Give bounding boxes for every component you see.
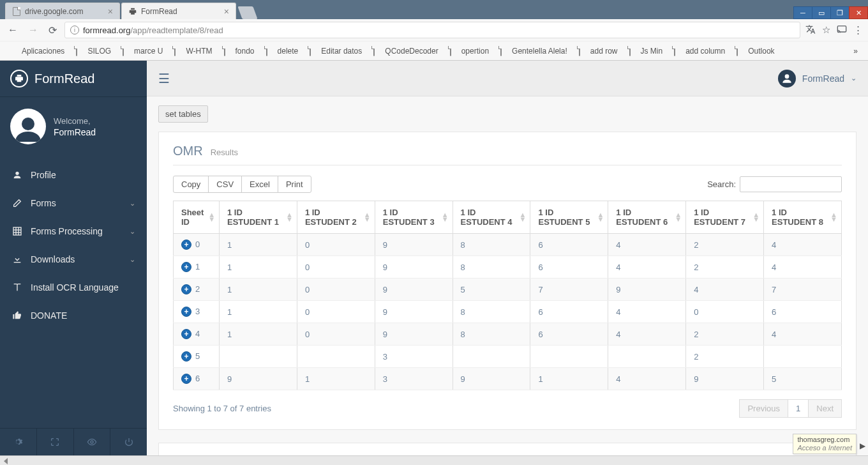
table-cell: 4 <box>764 234 842 256</box>
expand-button[interactable]: + <box>181 240 191 250</box>
bookmark-gentelella[interactable]: Gentelella Alela! <box>495 44 572 58</box>
hamburger-icon[interactable]: ☰ <box>158 71 170 86</box>
welcome-text: Welcome, <box>54 116 96 126</box>
excel-button[interactable]: Excel <box>241 176 278 193</box>
expand-button[interactable]: + <box>181 374 191 384</box>
bookmark-addrow[interactable]: add row <box>574 44 623 58</box>
copy-button[interactable]: Copy <box>173 176 209 193</box>
sort-icon: ▲▼ <box>364 213 371 222</box>
column-header[interactable]: Sheet ID▲▼ <box>174 201 220 234</box>
menu-icon[interactable]: ⋮ <box>853 24 863 36</box>
close-icon[interactable]: × <box>224 6 229 17</box>
file-icon <box>629 47 638 56</box>
minimize-button[interactable]: ─ <box>793 6 812 19</box>
brand-label: FormRead <box>34 72 94 86</box>
bookmark-outlook[interactable]: Outlook <box>731 44 779 58</box>
sidebar-item-ocr[interactable]: Install OCR Language <box>0 273 147 301</box>
sidebar-footer <box>0 428 147 455</box>
csv-button[interactable]: CSV <box>208 176 242 193</box>
table-cell: 0 <box>297 256 375 278</box>
set-tables-button[interactable]: set tables <box>158 105 208 123</box>
column-header[interactable]: 1 ID ESTUDENT 6▲▼ <box>608 201 686 234</box>
expand-button[interactable]: + <box>181 307 191 317</box>
column-header[interactable]: 1 ID ESTUDENT 8▲▼ <box>764 201 842 234</box>
prev-button[interactable]: Previous <box>739 399 788 418</box>
address-bar: ← → ⟳ i formread.org/app/readtemplate/8/… <box>0 19 868 41</box>
settings-button[interactable] <box>0 429 37 455</box>
site-info-icon[interactable]: i <box>70 26 79 34</box>
file-icon <box>76 47 85 56</box>
expand-button[interactable]: + <box>181 284 191 294</box>
url-path: /app/readtemplate/8/read <box>130 26 223 35</box>
bookmark-label: add column <box>685 47 725 56</box>
column-header[interactable]: 1 ID ESTUDENT 1▲▼ <box>220 201 297 234</box>
maximize-button[interactable]: ▭ <box>812 6 831 19</box>
star-icon[interactable]: ☆ <box>822 24 830 36</box>
close-window-button[interactable]: ✕ <box>849 6 868 19</box>
sort-icon: ▲▼ <box>752 213 760 222</box>
bookmark-fondo[interactable]: fondo <box>219 44 260 58</box>
bookmark-jsmin[interactable]: Js Min <box>624 44 668 58</box>
fullscreen-button[interactable] <box>37 429 74 455</box>
expand-button[interactable]: + <box>181 351 191 362</box>
sidebar-item-donate[interactable]: DONATE <box>0 301 147 330</box>
search-input[interactable] <box>740 176 842 192</box>
sidebar: FormRead Welcome, FormRead Profile Forms… <box>0 61 147 455</box>
bookmark-delete[interactable]: delete <box>261 44 304 58</box>
sidebar-item-downloads[interactable]: Downloads ⌄ <box>0 245 147 273</box>
tab-drive[interactable]: drive.google.com × <box>5 3 120 19</box>
table-cell: 0 <box>686 301 764 323</box>
table-cell: 9 <box>375 256 453 278</box>
reload-icon[interactable]: ⟳ <box>46 22 59 39</box>
next-button[interactable]: Next <box>808 399 842 418</box>
maximize2-button[interactable]: ❐ <box>830 6 849 19</box>
bookmarks-overflow[interactable]: » <box>848 47 863 56</box>
column-header[interactable]: 1 ID ESTUDENT 4▲▼ <box>453 201 530 234</box>
back-icon[interactable]: ← <box>5 22 20 38</box>
tab-bar: drive.google.com × FormRead × ─ ▭ ❐ ✕ <box>0 0 868 19</box>
column-header[interactable]: 1 ID ESTUDENT 7▲▼ <box>686 201 764 234</box>
apps-button[interactable]: Aplicaciones <box>5 44 70 58</box>
cast-icon[interactable] <box>837 24 847 36</box>
table-cell: 7 <box>764 278 842 301</box>
chevron-down-icon[interactable]: ⌄ <box>851 74 857 82</box>
expand-button[interactable]: + <box>181 262 191 272</box>
eye-button[interactable] <box>74 429 111 455</box>
bookmark-silog[interactable]: SILOG <box>71 44 116 58</box>
translate-icon[interactable] <box>805 24 816 36</box>
column-header[interactable]: 1 ID ESTUDENT 5▲▼ <box>530 201 608 234</box>
panel-heading: OMR <box>173 144 203 158</box>
bookmark-editar[interactable]: Editar datos <box>304 44 367 58</box>
table-row: +691391495 <box>174 368 842 390</box>
tab-formread[interactable]: FormRead × <box>121 3 236 19</box>
sidebar-item-profile[interactable]: Profile <box>0 161 147 189</box>
chevron-down-icon: ⌄ <box>130 227 135 236</box>
brand[interactable]: FormRead <box>0 61 147 97</box>
sidebar-item-label: Forms Processing <box>31 226 103 236</box>
table-cell: 9 <box>608 278 686 301</box>
bookmark-qcode[interactable]: QCodeDecoder <box>368 44 443 58</box>
table-row: +532 <box>174 346 842 368</box>
close-icon[interactable]: × <box>108 6 113 17</box>
sidebar-item-processing[interactable]: Forms Processing ⌄ <box>0 217 147 245</box>
page-button[interactable]: 1 <box>788 399 809 418</box>
print-button[interactable]: Print <box>278 176 311 193</box>
expand-button[interactable]: + <box>181 329 191 339</box>
bookmark-opertion[interactable]: opertion <box>445 44 494 58</box>
sort-icon: ▲▼ <box>442 213 449 222</box>
power-button[interactable] <box>110 429 147 455</box>
column-header[interactable]: 1 ID ESTUDENT 2▲▼ <box>297 201 375 234</box>
horizontal-scrollbar[interactable] <box>0 455 868 465</box>
sidebar-item-forms[interactable]: Forms ⌄ <box>0 189 147 217</box>
bookmark-addcolumn[interactable]: add column <box>669 44 730 58</box>
scroll-left-icon[interactable] <box>4 458 8 464</box>
topbar-username[interactable]: FormRead <box>802 73 844 84</box>
bookmark-marceu[interactable]: marce U <box>117 44 168 58</box>
column-header[interactable]: 1 ID ESTUDENT 3▲▼ <box>375 201 453 234</box>
url-input[interactable]: i formread.org/app/readtemplate/8/read <box>64 22 800 38</box>
apps-icon <box>10 47 19 56</box>
new-tab-button[interactable] <box>237 6 257 19</box>
table-cell: 6 <box>530 323 608 346</box>
bookmark-label: QCodeDecoder <box>385 47 438 56</box>
bookmark-whtm[interactable]: W-HTM <box>169 44 217 58</box>
